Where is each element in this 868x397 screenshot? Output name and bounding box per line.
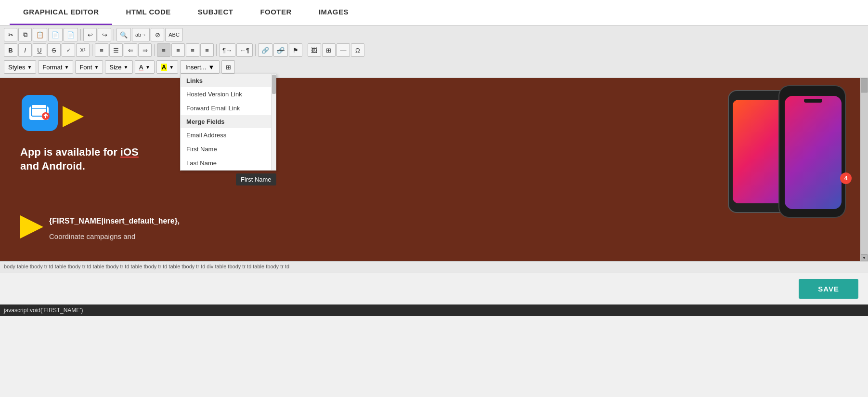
promo-text-android: and Android. [20,160,85,172]
paste-text-button[interactable]: 📄 [48,28,63,41]
separator-1 [80,29,81,40]
hr-button[interactable]: — [337,43,350,57]
align-center-button[interactable]: ≡ [171,43,185,57]
menu-item-forward-email-link[interactable]: Forward Email Link [181,101,271,115]
ltr-button[interactable]: ¶→ [219,43,235,57]
strikethrough-button[interactable]: S [47,43,61,57]
image-button[interactable]: 🖼 [308,43,321,57]
separator-5 [216,44,217,56]
tab-subject[interactable]: SUBJECT [184,0,247,25]
menu-item-last-name[interactable]: Last Name [181,156,271,170]
insert-dropdown-wrapper: Insert... ▼ Links Hosted Version Link Fo… [180,60,220,74]
merge-field-text-2: Coordinate campaigns and [49,232,135,240]
link-button[interactable]: 🔗 [258,43,272,57]
font-dropdown[interactable]: Font ▼ [75,60,103,74]
bg-color-button[interactable]: A ▼ [156,60,178,74]
size-arrow-icon: ▼ [124,65,129,70]
font-color-button[interactable]: A ▼ [135,60,155,74]
bottom-bar: SAVE [0,273,868,304]
separator-7 [305,44,305,56]
superscript-button[interactable]: X² [76,43,90,57]
right-scrollbar[interactable]: ▼ [860,78,868,261]
format-row: Styles ▼ Format ▼ Font ▼ Size ▼ A ▼ A ▼ … [4,59,864,75]
subscript-button[interactable]: ✓ [62,43,75,57]
replace-button[interactable]: ab→ [132,28,150,41]
spell-check-button[interactable]: ABC [165,28,183,41]
size-label: Size [109,64,121,71]
yellow-arrow-2 [20,215,43,238]
styles-arrow-icon: ▼ [27,65,32,70]
phone-front-screen [785,96,842,209]
rtl-button[interactable]: ←¶ [236,43,253,57]
separator-6 [255,44,256,56]
cut-button[interactable]: ✂ [4,28,17,41]
paste-word-button[interactable]: 📄 [64,28,78,41]
align-left-button[interactable]: ≡ [157,43,170,57]
separator-4 [154,44,155,56]
format-dropdown[interactable]: Format ▼ [38,60,73,74]
tab-graphical-editor[interactable]: GRAPHICAL EDITOR [10,0,112,25]
unordered-list-button[interactable]: ☰ [109,43,123,57]
menu-scrollbar[interactable] [271,74,276,170]
toolbar-area: ✂ ⧉ 📋 📄 📄 ↩ ↪ 🔍 ab→ ⊘ ABC B I U S ✓ X² ≡… [0,26,868,78]
special-char-button[interactable]: Ω [351,43,364,57]
format-arrow-icon: ▼ [64,65,69,70]
menu-item-hosted-version-link[interactable]: Hosted Version Link [181,87,271,101]
menu-item-email-address[interactable]: Email Address [181,128,271,142]
paste-button[interactable]: 📋 [33,28,47,41]
undo-button[interactable]: ↩ [83,28,97,41]
menu-scrollbar-thumb [272,75,276,94]
underline-button[interactable]: U [33,43,46,57]
phone-notch [804,99,822,103]
font-label: Font [79,64,92,71]
status-path[interactable]: body table tbody tr td table tbody tr td… [4,264,289,271]
yellow-arrow-1 [63,106,84,127]
remove-format-button[interactable]: ⊘ [151,28,164,41]
tab-html-code[interactable]: HTML CODE [112,0,184,25]
save-button[interactable]: SAVE [799,279,858,299]
styles-label: Styles [8,64,25,71]
app-icon-svg [29,105,51,122]
right-scrollbar-bottom-arrow[interactable]: ▼ [861,254,868,261]
editor-canvas[interactable]: App is available for iOS and Android. {F… [0,78,860,261]
menu-scroll-container: Links Hosted Version Link Forward Email … [181,74,276,170]
styles-dropdown[interactable]: Styles ▼ [4,60,36,74]
tab-footer[interactable]: FOOTER [246,0,305,25]
promo-text: App is available for iOS and Android. [20,146,139,173]
format-label: Format [42,64,62,71]
unlink-button[interactable]: 🔗 [273,43,288,57]
font-color-label: A [139,64,143,71]
find-button[interactable]: 🔍 [117,28,131,41]
copy-button[interactable]: ⧉ [18,28,32,41]
menu-items-list: Links Hosted Version Link Forward Email … [181,74,271,170]
insert-label: Insert... [185,64,206,71]
outdent-button[interactable]: ⇐ [124,43,137,57]
template-button[interactable]: ⊞ [221,60,235,74]
separator-3 [92,44,92,56]
right-scrollbar-thumb[interactable] [861,78,868,93]
align-right-button[interactable]: ≡ [186,43,199,57]
table-button[interactable]: ⊞ [322,43,336,57]
font-arrow-icon: ▼ [94,65,99,70]
section-header-merge-fields: Merge Fields [181,115,271,128]
anchor-button[interactable]: ⚑ [289,43,302,57]
justify-button[interactable]: ≡ [200,43,214,57]
toolbar-row-2: B I U S ✓ X² ≡ ☰ ⇐ ⇒ ≡ ≡ ≡ ≡ ¶→ ←¶ 🔗 🔗 ⚑… [4,43,864,57]
js-bar-text: javascript:void('FIRST_NAME') [4,307,83,314]
italic-button[interactable]: I [18,43,32,57]
ordered-list-button[interactable]: ≡ [95,43,108,57]
redo-button[interactable]: ↪ [98,28,111,41]
separator-2 [114,29,114,40]
size-dropdown[interactable]: Size ▼ [105,60,132,74]
status-bar: body table tbody tr td table tbody tr td… [0,261,868,273]
toolbar-row-1: ✂ ⧉ 📋 📄 📄 ↩ ↪ 🔍 ab→ ⊘ ABC [4,28,864,41]
email-preview: App is available for iOS and Android. {F… [0,78,860,261]
insert-dropdown-button[interactable]: Insert... ▼ [180,60,220,74]
bold-button[interactable]: B [4,43,17,57]
menu-item-first-name[interactable]: First Name [181,142,271,156]
top-tabs-bar: GRAPHICAL EDITOR HTML CODE SUBJECT FOOTE… [0,0,868,26]
indent-button[interactable]: ⇒ [138,43,152,57]
insert-menu: Links Hosted Version Link Forward Email … [180,74,276,171]
promo-text-ios: iOS [120,146,139,158]
tab-images[interactable]: IMAGES [305,0,362,25]
